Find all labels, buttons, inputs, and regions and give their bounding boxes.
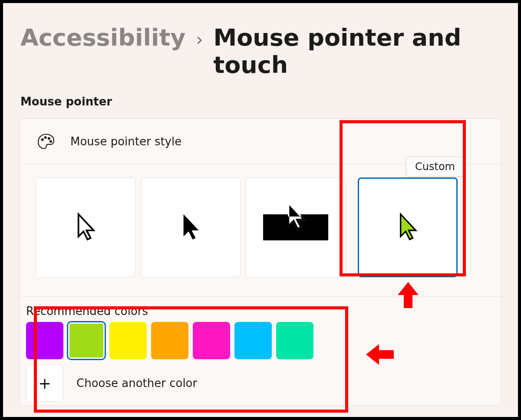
- svg-point-0: [42, 139, 43, 141]
- svg-point-1: [45, 137, 46, 138]
- color-swatch-row: [26, 322, 495, 359]
- section-heading: Mouse pointer: [3, 87, 518, 118]
- breadcrumb: Accessibility › Mouse pointer and touch: [3, 3, 518, 87]
- inverted-background: [263, 214, 328, 240]
- plus-icon: +: [38, 374, 51, 392]
- color-swatch[interactable]: [151, 322, 188, 359]
- svg-point-3: [50, 141, 52, 142]
- breadcrumb-current: Mouse pointer and touch: [213, 24, 501, 79]
- custom-cursor-fill: [401, 214, 416, 240]
- pointer-style-custom[interactable]: Custom: [358, 177, 458, 277]
- breadcrumb-parent[interactable]: Accessibility: [20, 24, 185, 51]
- pointer-style-black[interactable]: [141, 177, 241, 277]
- pointer-style-white[interactable]: [36, 177, 135, 277]
- chevron-right-icon: ›: [196, 30, 203, 49]
- color-swatch[interactable]: [234, 322, 272, 359]
- palette-icon: [36, 132, 56, 151]
- pointer-style-inverted[interactable]: [246, 177, 346, 277]
- color-swatch[interactable]: [26, 322, 63, 359]
- color-swatch[interactable]: [68, 322, 105, 359]
- recommended-colors-title: Recommended colors: [26, 305, 495, 318]
- recommended-colors-section: Recommended colors + Choose another colo…: [20, 297, 501, 405]
- svg-point-2: [48, 138, 50, 139]
- color-swatch[interactable]: [193, 322, 230, 359]
- color-swatch[interactable]: [109, 322, 147, 359]
- choose-color-button[interactable]: +: [26, 364, 63, 402]
- color-swatch[interactable]: [276, 322, 313, 359]
- panel-title: Mouse pointer style: [70, 135, 181, 148]
- pointer-style-options: Custom: [20, 164, 501, 297]
- tooltip-custom: Custom: [406, 157, 464, 177]
- choose-color-label: Choose another color: [76, 377, 197, 390]
- pointer-style-panel: Mouse pointer style: [20, 118, 501, 406]
